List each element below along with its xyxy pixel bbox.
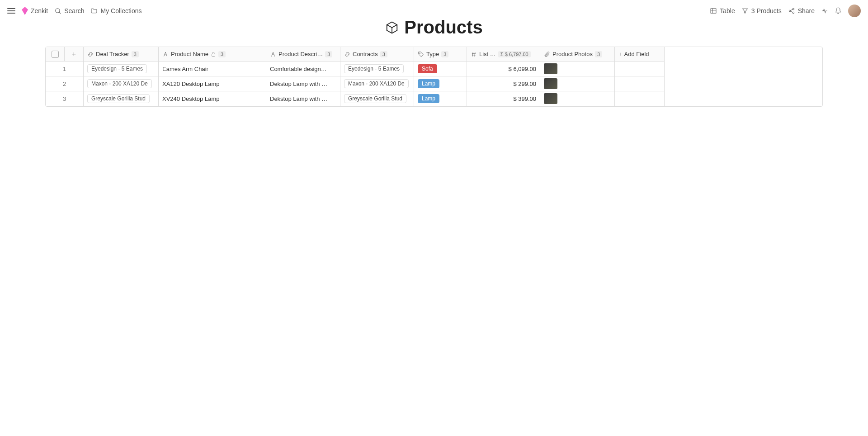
- row-number[interactable]: 3: [46, 91, 84, 106]
- select-all-checkbox[interactable]: [52, 51, 59, 58]
- photo-thumbnail[interactable]: [544, 78, 557, 89]
- cell-product-name[interactable]: XV240 Desktop Lamp: [159, 91, 266, 106]
- filter-button[interactable]: 3 Products: [741, 7, 782, 14]
- link-icon: [344, 51, 350, 57]
- row-number[interactable]: 2: [46, 76, 84, 91]
- lock-icon: [211, 52, 216, 57]
- share-icon: [788, 7, 795, 14]
- topbar-right: Table 3 Products Share: [710, 5, 861, 17]
- menu-icon[interactable]: [7, 8, 15, 14]
- header-label: Type: [426, 51, 439, 57]
- plus-icon: +: [618, 51, 622, 57]
- cell-type[interactable]: Lamp: [414, 76, 467, 91]
- cell-contracts[interactable]: Greyscale Gorilla Stud: [340, 91, 414, 106]
- header-add-row[interactable]: +: [65, 47, 84, 62]
- svg-marker-5: [742, 9, 747, 13]
- header-product-photos[interactable]: Product Photos 3: [540, 47, 615, 62]
- cell-list-price[interactable]: $ 299.00: [467, 76, 540, 91]
- cell-type[interactable]: Lamp: [414, 91, 467, 106]
- contract-chip[interactable]: Eyedesign - 5 Eames: [344, 64, 404, 73]
- cell-product-photos[interactable]: [540, 76, 615, 91]
- hash-icon: [471, 51, 477, 57]
- cell-type[interactable]: Sofa: [414, 62, 467, 76]
- cell-contracts[interactable]: Eyedesign - 5 Eames: [340, 62, 414, 76]
- cell-deal-tracker[interactable]: Maxon - 200 XA120 De: [84, 76, 159, 91]
- activity-button[interactable]: [821, 7, 828, 14]
- folder-icon: [90, 7, 98, 14]
- svg-rect-2: [711, 9, 716, 14]
- avatar[interactable]: [848, 5, 861, 17]
- count-badge: 3: [132, 51, 139, 57]
- type-tag[interactable]: Lamp: [418, 79, 439, 88]
- app-brand[interactable]: Zenkit: [22, 7, 48, 15]
- photo-thumbnail[interactable]: [544, 63, 557, 74]
- attachment-icon: [544, 51, 550, 57]
- cell-empty[interactable]: [615, 91, 665, 106]
- deal-tracker-chip[interactable]: Eyedesign - 5 Eames: [87, 64, 147, 73]
- count-badge: 3: [325, 51, 332, 57]
- view-label: Table: [720, 7, 735, 14]
- notifications-button[interactable]: [835, 7, 842, 14]
- search-icon: [54, 7, 61, 14]
- view-switcher[interactable]: Table: [710, 7, 735, 14]
- header-type[interactable]: Type 3: [414, 47, 467, 62]
- filter-icon: [741, 7, 749, 14]
- header-label: Product Photos: [552, 51, 593, 57]
- contract-chip[interactable]: Greyscale Gorilla Stud: [344, 94, 406, 103]
- cell-product-photos[interactable]: [540, 91, 615, 106]
- header-label: Product Name: [171, 51, 208, 57]
- svg-line-10: [790, 11, 793, 13]
- cell-empty[interactable]: [615, 62, 665, 76]
- cell-product-description[interactable]: Dekstop Lamp with …: [266, 91, 340, 106]
- app-name: Zenkit: [31, 7, 48, 14]
- cell-empty[interactable]: [615, 76, 665, 91]
- search-label: Search: [64, 7, 84, 14]
- type-tag[interactable]: Sofa: [418, 64, 437, 73]
- add-field-label: Add Field: [624, 51, 649, 57]
- cell-product-name[interactable]: XA120 Desktop Lamp: [159, 76, 266, 91]
- svg-rect-11: [212, 54, 215, 56]
- cell-product-description[interactable]: Comfortable design…: [266, 62, 340, 76]
- row-number[interactable]: 1: [46, 62, 84, 76]
- header-label: Contracts: [353, 51, 378, 57]
- header-contracts[interactable]: Contracts 3: [340, 47, 414, 62]
- photo-thumbnail[interactable]: [544, 93, 557, 104]
- svg-line-9: [790, 9, 793, 11]
- cell-list-price[interactable]: $ 399.00: [467, 91, 540, 106]
- cell-product-photos[interactable]: [540, 62, 615, 76]
- cell-deal-tracker[interactable]: Greyscale Gorilla Stud: [84, 91, 159, 106]
- share-button[interactable]: Share: [788, 7, 815, 14]
- tag-icon: [418, 51, 424, 57]
- cell-list-price[interactable]: $ 6,099.00: [467, 62, 540, 76]
- contract-chip[interactable]: Maxon - 200 XA120 De: [344, 79, 409, 88]
- search-button[interactable]: Search: [54, 7, 84, 14]
- page-title-area: Products: [0, 17, 868, 38]
- header-product-description[interactable]: Product Descri… 3: [266, 47, 340, 62]
- header-label: Product Descri…: [278, 51, 323, 57]
- activity-icon: [821, 7, 828, 14]
- my-collections-label: My Collections: [100, 7, 142, 14]
- count-badge: 3: [218, 51, 226, 57]
- my-collections-button[interactable]: My Collections: [90, 7, 142, 14]
- count-badge: 3: [595, 51, 602, 57]
- page-title: Products: [404, 17, 482, 38]
- cell-contracts[interactable]: Maxon - 200 XA120 De: [340, 76, 414, 91]
- svg-line-1: [59, 12, 61, 14]
- header-list-price[interactable]: List … Σ $ 6,797.00: [467, 47, 540, 62]
- deal-tracker-chip[interactable]: Greyscale Gorilla Stud: [87, 94, 150, 103]
- table-icon: [710, 7, 717, 14]
- type-tag[interactable]: Lamp: [418, 94, 439, 103]
- cell-product-description[interactable]: Dekstop Lamp with …: [266, 76, 340, 91]
- header-deal-tracker[interactable]: Deal Tracker 3: [84, 47, 159, 62]
- text-icon: [162, 51, 169, 57]
- cell-deal-tracker[interactable]: Eyedesign - 5 Eames: [84, 62, 159, 76]
- cell-product-name[interactable]: Eames Arm Chair: [159, 62, 266, 76]
- plus-icon: +: [68, 50, 80, 58]
- header-select-all[interactable]: [46, 47, 65, 62]
- deal-tracker-chip[interactable]: Maxon - 200 XA120 De: [87, 79, 152, 88]
- header-add-field[interactable]: + Add Field: [615, 47, 665, 62]
- filter-label: 3 Products: [751, 7, 782, 14]
- svg-point-12: [420, 52, 420, 53]
- header-product-name[interactable]: Product Name 3: [159, 47, 266, 62]
- header-label: Deal Tracker: [96, 51, 129, 57]
